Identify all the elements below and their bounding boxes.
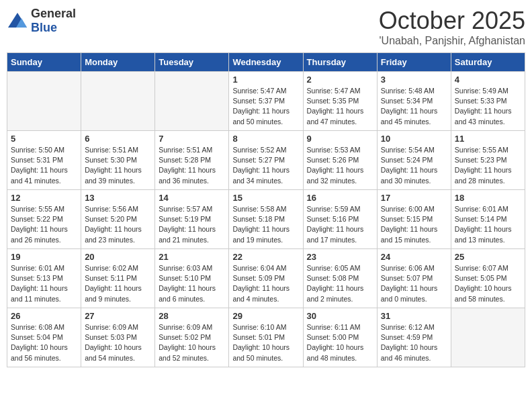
day-number: 8 [232, 134, 299, 144]
day-cell: 16Sunrise: 5:59 AMSunset: 5:16 PMDayligh… [303, 190, 377, 249]
day-info: Sunrise: 6:03 AMSunset: 5:10 PMDaylight:… [159, 263, 225, 304]
day-info: Sunrise: 6:00 AMSunset: 5:15 PMDaylight:… [381, 204, 447, 245]
day-cell: 8Sunrise: 5:52 AMSunset: 5:27 PMDaylight… [229, 131, 303, 190]
logo-general-text: General [31, 7, 76, 20]
day-number: 15 [232, 193, 299, 203]
location-title: 'Unabah, Panjshir, Afghanistan [379, 35, 525, 47]
day-header-monday: Monday [81, 53, 155, 72]
day-cell: 25Sunrise: 6:07 AMSunset: 5:05 PMDayligh… [451, 249, 525, 308]
logo-icon [7, 11, 28, 30]
day-cell: 28Sunrise: 6:09 AMSunset: 5:02 PMDayligh… [155, 308, 229, 367]
month-title: October 2025 [379, 7, 525, 35]
day-number: 13 [85, 193, 151, 203]
day-info: Sunrise: 6:06 AMSunset: 5:07 PMDaylight:… [381, 263, 447, 304]
header-row: SundayMondayTuesdayWednesdayThursdayFrid… [7, 53, 525, 72]
day-number: 4 [455, 75, 521, 85]
day-number: 18 [455, 193, 521, 203]
day-number: 16 [307, 193, 373, 203]
day-info: Sunrise: 5:53 AMSunset: 5:26 PMDaylight:… [307, 145, 373, 186]
day-number: 30 [307, 311, 373, 321]
day-number: 10 [381, 134, 447, 144]
day-number: 2 [307, 75, 373, 85]
day-info: Sunrise: 6:01 AMSunset: 5:14 PMDaylight:… [455, 204, 521, 245]
day-number: 11 [455, 134, 521, 144]
day-number: 27 [85, 311, 151, 321]
day-cell [81, 72, 155, 131]
day-cell: 12Sunrise: 5:55 AMSunset: 5:22 PMDayligh… [7, 190, 81, 249]
day-info: Sunrise: 5:55 AMSunset: 5:23 PMDaylight:… [455, 145, 521, 186]
day-info: Sunrise: 5:51 AMSunset: 5:28 PMDaylight:… [159, 145, 225, 186]
day-cell: 29Sunrise: 6:10 AMSunset: 5:01 PMDayligh… [229, 308, 303, 367]
day-number: 21 [159, 252, 225, 262]
day-info: Sunrise: 5:49 AMSunset: 5:33 PMDaylight:… [455, 86, 521, 127]
day-info: Sunrise: 5:47 AMSunset: 5:35 PMDaylight:… [307, 86, 373, 127]
day-number: 5 [11, 134, 77, 144]
day-cell: 10Sunrise: 5:54 AMSunset: 5:24 PMDayligh… [377, 131, 451, 190]
day-header-friday: Friday [377, 53, 451, 72]
day-number: 3 [381, 75, 447, 85]
day-cell: 15Sunrise: 5:58 AMSunset: 5:18 PMDayligh… [229, 190, 303, 249]
day-number: 31 [381, 311, 447, 321]
day-cell: 19Sunrise: 6:01 AMSunset: 5:13 PMDayligh… [7, 249, 81, 308]
day-info: Sunrise: 6:02 AMSunset: 5:11 PMDaylight:… [85, 263, 151, 304]
day-info: Sunrise: 6:08 AMSunset: 5:04 PMDaylight:… [11, 322, 77, 363]
day-info: Sunrise: 6:11 AMSunset: 5:00 PMDaylight:… [307, 322, 373, 363]
day-cell: 21Sunrise: 6:03 AMSunset: 5:10 PMDayligh… [155, 249, 229, 308]
day-number: 22 [232, 252, 299, 262]
day-cell: 11Sunrise: 5:55 AMSunset: 5:23 PMDayligh… [451, 131, 525, 190]
day-info: Sunrise: 5:47 AMSunset: 5:37 PMDaylight:… [232, 86, 299, 127]
day-number: 6 [85, 134, 151, 144]
day-cell: 7Sunrise: 5:51 AMSunset: 5:28 PMDaylight… [155, 131, 229, 190]
day-number: 14 [159, 193, 225, 203]
day-number: 20 [85, 252, 151, 262]
day-cell: 13Sunrise: 5:56 AMSunset: 5:20 PMDayligh… [81, 190, 155, 249]
day-info: Sunrise: 6:09 AMSunset: 5:03 PMDaylight:… [85, 322, 151, 363]
day-info: Sunrise: 6:09 AMSunset: 5:02 PMDaylight:… [159, 322, 225, 363]
week-row-4: 19Sunrise: 6:01 AMSunset: 5:13 PMDayligh… [7, 249, 525, 308]
day-cell [7, 72, 81, 131]
day-cell: 4Sunrise: 5:49 AMSunset: 5:33 PMDaylight… [451, 72, 525, 131]
day-info: Sunrise: 6:07 AMSunset: 5:05 PMDaylight:… [455, 263, 521, 304]
day-info: Sunrise: 5:54 AMSunset: 5:24 PMDaylight:… [381, 145, 447, 186]
day-cell: 31Sunrise: 6:12 AMSunset: 4:59 PMDayligh… [377, 308, 451, 367]
day-info: Sunrise: 6:12 AMSunset: 4:59 PMDaylight:… [381, 322, 447, 363]
day-number: 19 [11, 252, 77, 262]
day-number: 9 [307, 134, 373, 144]
day-header-sunday: Sunday [7, 53, 81, 72]
day-header-tuesday: Tuesday [155, 53, 229, 72]
day-cell: 23Sunrise: 6:05 AMSunset: 5:08 PMDayligh… [303, 249, 377, 308]
day-cell: 30Sunrise: 6:11 AMSunset: 5:00 PMDayligh… [303, 308, 377, 367]
day-info: Sunrise: 6:10 AMSunset: 5:01 PMDaylight:… [232, 322, 299, 363]
day-cell: 5Sunrise: 5:50 AMSunset: 5:31 PMDaylight… [7, 131, 81, 190]
week-row-1: 1Sunrise: 5:47 AMSunset: 5:37 PMDaylight… [7, 72, 525, 131]
day-info: Sunrise: 6:04 AMSunset: 5:09 PMDaylight:… [232, 263, 299, 304]
logo: General Blue [7, 7, 76, 35]
day-number: 25 [455, 252, 521, 262]
day-cell: 26Sunrise: 6:08 AMSunset: 5:04 PMDayligh… [7, 308, 81, 367]
day-header-saturday: Saturday [451, 53, 525, 72]
day-cell: 3Sunrise: 5:48 AMSunset: 5:34 PMDaylight… [377, 72, 451, 131]
day-cell: 20Sunrise: 6:02 AMSunset: 5:11 PMDayligh… [81, 249, 155, 308]
day-header-wednesday: Wednesday [229, 53, 303, 72]
day-number: 7 [159, 134, 225, 144]
week-row-3: 12Sunrise: 5:55 AMSunset: 5:22 PMDayligh… [7, 190, 525, 249]
day-info: Sunrise: 5:48 AMSunset: 5:34 PMDaylight:… [381, 86, 447, 127]
day-number: 28 [159, 311, 225, 321]
page-header: General Blue October 2025 'Unabah, Panjs… [7, 7, 525, 47]
day-info: Sunrise: 5:56 AMSunset: 5:20 PMDaylight:… [85, 204, 151, 245]
day-cell: 9Sunrise: 5:53 AMSunset: 5:26 PMDaylight… [303, 131, 377, 190]
day-cell: 6Sunrise: 5:51 AMSunset: 5:30 PMDaylight… [81, 131, 155, 190]
day-number: 1 [232, 75, 299, 85]
day-cell: 1Sunrise: 5:47 AMSunset: 5:37 PMDaylight… [229, 72, 303, 131]
day-info: Sunrise: 6:05 AMSunset: 5:08 PMDaylight:… [307, 263, 373, 304]
day-cell [451, 308, 525, 367]
day-number: 17 [381, 193, 447, 203]
day-info: Sunrise: 5:50 AMSunset: 5:31 PMDaylight:… [11, 145, 77, 186]
title-block: October 2025 'Unabah, Panjshir, Afghanis… [379, 7, 525, 47]
day-cell [155, 72, 229, 131]
day-number: 24 [381, 252, 447, 262]
logo-blue-text: Blue [31, 21, 57, 34]
day-info: Sunrise: 6:01 AMSunset: 5:13 PMDaylight:… [11, 263, 77, 304]
day-info: Sunrise: 5:58 AMSunset: 5:18 PMDaylight:… [232, 204, 299, 245]
day-cell: 14Sunrise: 5:57 AMSunset: 5:19 PMDayligh… [155, 190, 229, 249]
